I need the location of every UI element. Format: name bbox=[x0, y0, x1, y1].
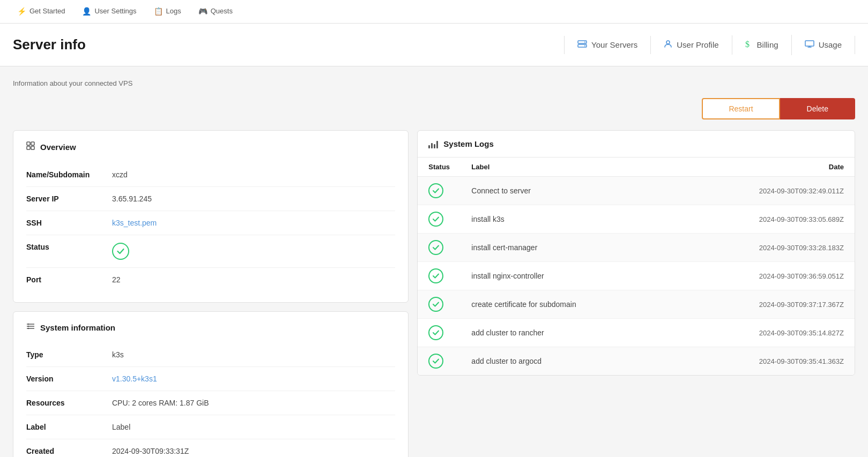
svg-rect-6 bbox=[805, 41, 814, 46]
svg-rect-8 bbox=[31, 142, 34, 145]
user-profile-label: User Profile bbox=[677, 40, 718, 49]
system-logs-header: System Logs bbox=[418, 131, 855, 158]
overview-icon bbox=[26, 141, 35, 152]
action-row: Restart Delete bbox=[13, 98, 855, 119]
top-nav: ⚡ Get Started 👤 User Settings 📋 Logs 🎮 Q… bbox=[0, 0, 868, 24]
tab-logs-label: Logs bbox=[166, 7, 181, 15]
log-status-icon bbox=[428, 354, 443, 369]
info-row-name: Name/Subdomain xczd bbox=[26, 163, 395, 187]
value-name: xczd bbox=[112, 170, 128, 179]
label-port: Port bbox=[26, 275, 112, 284]
tab-logs[interactable]: 📋 Logs bbox=[145, 0, 190, 24]
label-resources: Resources bbox=[26, 399, 112, 407]
page-title: Server info bbox=[13, 36, 564, 53]
value-type: k3s bbox=[112, 350, 124, 359]
header-nav-usage[interactable]: Usage bbox=[792, 36, 855, 54]
label-created: Created bbox=[26, 447, 112, 455]
your-servers-label: Your Servers bbox=[591, 40, 637, 49]
usage-icon bbox=[805, 40, 814, 50]
log-status-icon bbox=[428, 268, 443, 283]
overview-card: Overview Name/Subdomain xczd Server IP 3… bbox=[13, 130, 409, 303]
log-row: install nginx-controller 2024-09-30T09:3… bbox=[418, 262, 855, 290]
log-status-icon bbox=[428, 325, 443, 340]
logs-table-body: Connect to server 2024-09-30T09:32:49.01… bbox=[418, 177, 855, 375]
svg-point-15 bbox=[28, 326, 29, 327]
label-type: Type bbox=[26, 350, 112, 359]
log-label: install k3s bbox=[471, 215, 704, 223]
value-ssh[interactable]: k3s_test.pem bbox=[112, 219, 157, 227]
col-date: Date bbox=[704, 163, 844, 171]
delete-button[interactable]: Delete bbox=[780, 98, 855, 119]
your-servers-icon bbox=[577, 40, 587, 50]
header-nav-billing[interactable]: $ Billing bbox=[732, 35, 792, 55]
logs-table-header: Status Label Date bbox=[418, 158, 855, 177]
usage-label: Usage bbox=[819, 40, 842, 49]
col-label: Label bbox=[471, 163, 704, 171]
page-subtitle: Information about your connected VPS bbox=[13, 79, 855, 87]
log-label: add cluster to argocd bbox=[471, 357, 704, 365]
value-version: v1.30.5+k3s1 bbox=[112, 374, 157, 383]
log-row: add cluster to argocd 2024-09-30T09:35:4… bbox=[418, 347, 855, 375]
overview-header: Overview bbox=[26, 141, 395, 154]
label-label: Label bbox=[26, 423, 112, 431]
log-status-icon bbox=[428, 297, 443, 312]
log-date: 2024-09-30T09:37:17.367Z bbox=[704, 301, 844, 309]
info-row-ip: Server IP 3.65.91.245 bbox=[26, 187, 395, 211]
value-ip: 3.65.91.245 bbox=[112, 194, 152, 203]
tab-get-started-label: Get Started bbox=[29, 7, 65, 15]
svg-point-4 bbox=[666, 41, 670, 44]
info-row-status: Status bbox=[26, 235, 395, 268]
billing-icon: $ bbox=[745, 39, 753, 51]
log-row: create certificate for subdomain 2024-09… bbox=[418, 290, 855, 319]
system-info-header: System information bbox=[26, 323, 395, 334]
header-nav-user-profile[interactable]: User Profile bbox=[651, 35, 732, 55]
value-label: Label bbox=[112, 423, 130, 431]
value-resources: CPU: 2 cores RAM: 1.87 GiB bbox=[112, 399, 209, 407]
label-name: Name/Subdomain bbox=[26, 170, 112, 179]
tab-quests[interactable]: 🎮 Quests bbox=[190, 0, 241, 24]
quests-icon: 🎮 bbox=[198, 7, 207, 16]
page-header: Server info Your Servers User Profile bbox=[0, 24, 868, 66]
label-version: Version bbox=[26, 374, 112, 383]
log-date: 2024-09-30T09:35:41.363Z bbox=[704, 357, 844, 365]
log-date: 2024-09-30T09:32:49.011Z bbox=[704, 187, 844, 195]
svg-rect-9 bbox=[27, 146, 30, 149]
info-row-port: Port 22 bbox=[26, 268, 395, 291]
header-nav: Your Servers User Profile $ Billing bbox=[564, 35, 855, 55]
left-column: Overview Name/Subdomain xczd Server IP 3… bbox=[13, 130, 409, 457]
log-date: 2024-09-30T09:36:59.051Z bbox=[704, 272, 844, 280]
info-row-label: Label Label bbox=[26, 415, 395, 439]
overview-title: Overview bbox=[40, 143, 76, 152]
svg-point-16 bbox=[28, 328, 29, 329]
value-created: 2024-09-30T09:33:31Z bbox=[112, 447, 189, 455]
info-row-type: Type k3s bbox=[26, 343, 395, 367]
log-label: Connect to server bbox=[471, 186, 704, 195]
svg-point-2 bbox=[584, 41, 585, 42]
svg-point-3 bbox=[584, 45, 585, 46]
log-date: 2024-09-30T09:33:28.183Z bbox=[704, 244, 844, 252]
log-status-icon bbox=[428, 183, 443, 198]
main-content: Information about your connected VPS Res… bbox=[0, 66, 868, 457]
tab-quests-label: Quests bbox=[211, 7, 233, 15]
value-port: 22 bbox=[112, 275, 121, 284]
billing-label: Billing bbox=[757, 40, 778, 49]
log-status-icon bbox=[428, 212, 443, 227]
info-row-resources: Resources CPU: 2 cores RAM: 1.87 GiB bbox=[26, 391, 395, 415]
right-column: System Logs Status Label Date Connect to bbox=[417, 130, 855, 376]
log-label: install nginx-controller bbox=[471, 272, 704, 280]
user-settings-icon: 👤 bbox=[82, 7, 91, 16]
tab-get-started[interactable]: ⚡ Get Started bbox=[9, 0, 73, 24]
log-row: add cluster to rancher 2024-09-30T09:35:… bbox=[418, 319, 855, 347]
svg-text:$: $ bbox=[745, 40, 750, 49]
system-info-card: System information Type k3s Version v1.3… bbox=[13, 311, 409, 457]
log-row: install k3s 2024-09-30T09:33:05.689Z bbox=[418, 205, 855, 234]
header-nav-your-servers[interactable]: Your Servers bbox=[564, 36, 651, 54]
system-info-icon bbox=[26, 323, 35, 332]
system-logs-icon bbox=[428, 140, 438, 148]
tab-user-settings[interactable]: 👤 User Settings bbox=[73, 0, 145, 24]
log-row: install cert-manager 2024-09-30T09:33:28… bbox=[418, 234, 855, 262]
restart-button[interactable]: Restart bbox=[702, 98, 780, 119]
two-column-layout: Overview Name/Subdomain xczd Server IP 3… bbox=[13, 130, 855, 457]
log-date: 2024-09-30T09:33:05.689Z bbox=[704, 215, 844, 223]
log-label: create certificate for subdomain bbox=[471, 300, 704, 309]
